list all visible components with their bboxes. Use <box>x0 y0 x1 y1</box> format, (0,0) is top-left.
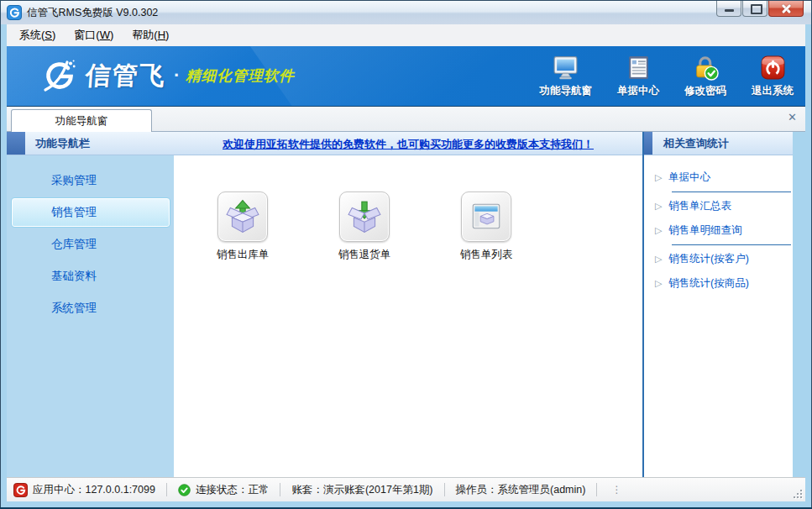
query-item-document-center[interactable]: ▷ 单据中心 <box>644 165 793 190</box>
shortcut-sales-return[interactable]: 销售退货单 <box>334 192 395 262</box>
maximize-icon <box>751 4 762 14</box>
triangle-bullet-icon: ▷ <box>655 254 668 265</box>
menubar: 系统(S) 窗口(W) 帮助(H) <box>7 24 805 46</box>
status-separator <box>166 483 167 496</box>
status-account: 账套：演示账套(2017年第1期) <box>291 483 432 497</box>
titlebar: 信管飞RMS免费版 V9.0.302 <box>1 1 811 24</box>
nav-sidebar: 采购管理 销售管理 仓库管理 基础资料 系统管理 <box>7 155 174 477</box>
triangle-bullet-icon: ▷ <box>655 225 668 236</box>
query-panel-title: 相关查询统计 <box>663 137 729 150</box>
maximize-button[interactable] <box>742 1 767 17</box>
query-item-stats-by-customer[interactable]: ▷ 销售统计(按客户) <box>644 247 793 271</box>
query-item-stats-by-product[interactable]: ▷ 销售统计(按商品) <box>644 271 793 296</box>
sidebar-item-warehouse[interactable]: 仓库管理 <box>7 228 174 260</box>
banner: 信管飞 · 精细化管理软件 功能导航窗 <box>7 46 805 107</box>
connection-ok-icon <box>178 484 191 496</box>
toolbar-document-center-button[interactable]: 单据中心 <box>617 54 659 98</box>
statusbar: 应用中心：127.0.0.1:7099 连接状态：正常 账套：演示账套(2017… <box>7 477 805 501</box>
shortcut-grid: 销售出库单 销售退货单 <box>174 155 642 262</box>
brand-separator: · <box>174 65 180 87</box>
banner-toolbar: 功能导航窗 单据中心 <box>540 54 794 98</box>
toolbar-change-password-button[interactable]: 修改密码 <box>684 54 726 98</box>
sidebar-item-sales[interactable]: 销售管理 <box>7 197 174 228</box>
query-item-sales-summary[interactable]: ▷ 销售单汇总表 <box>644 194 793 218</box>
minimize-button[interactable] <box>716 1 741 17</box>
toolbar-exit-button[interactable]: 退出系统 <box>752 54 794 98</box>
menu-item-help[interactable]: 帮助(H) <box>123 25 178 45</box>
close-button[interactable] <box>768 1 804 17</box>
query-header-marker <box>644 132 652 155</box>
welcome-banner: 欢迎使用亚拓软件提供的免费软件，也可购买功能更多的收费版本支持我们！ <box>174 132 642 155</box>
shortcut-sales-outbound[interactable]: 销售出库单 <box>212 192 273 262</box>
nav-header-marker <box>7 132 25 155</box>
lock-check-icon <box>692 54 720 81</box>
status-grip-dots-icon: ⋮ <box>611 484 621 496</box>
toolbar-nav-window-button[interactable]: 功能导航窗 <box>540 54 593 98</box>
window-title: 信管飞RMS免费版 V9.0.302 <box>27 6 158 20</box>
status-connection: 连接状态：正常 <box>178 483 270 497</box>
document-list-icon <box>625 54 652 81</box>
app-logo-icon[interactable] <box>7 5 22 20</box>
query-panel-header: 相关查询统计 <box>644 132 793 155</box>
box-arrow-down-icon <box>339 192 390 242</box>
power-icon <box>759 54 787 81</box>
brand-name: 信管飞 <box>85 59 168 93</box>
client-area: 功能导航栏 欢迎使用亚拓软件提供的免费软件，也可购买功能更多的收费版本支持我们！… <box>7 132 793 477</box>
status-separator <box>444 483 445 496</box>
query-divider <box>672 244 791 245</box>
status-separator <box>280 483 280 496</box>
main-content: 销售出库单 销售退货单 <box>174 155 642 477</box>
resize-grip[interactable] <box>793 489 803 499</box>
window-controls <box>716 1 804 17</box>
query-divider <box>672 192 791 192</box>
sidebar-item-system[interactable]: 系统管理 <box>7 292 174 324</box>
minimize-icon <box>725 9 734 12</box>
query-item-sales-detail[interactable]: ▷ 销售单明细查询 <box>644 218 793 243</box>
close-icon <box>786 8 812 24</box>
menu-item-system[interactable]: 系统(S) <box>10 25 65 45</box>
menu-item-window[interactable]: 窗口(W) <box>65 25 123 45</box>
triangle-bullet-icon: ▷ <box>655 278 668 289</box>
triangle-bullet-icon: ▷ <box>655 172 668 183</box>
tabstrip: 功能导航窗 ✕ <box>7 107 805 132</box>
query-panel: 相关查询统计 ▷ 单据中心 ▷ 销售单汇总表 ▷ 销售单明细查询 ▷ <box>644 132 793 477</box>
sidebar-item-purchase[interactable]: 采购管理 <box>7 165 174 197</box>
app-window: 信管飞RMS免费版 V9.0.302 系统(S) 窗口(W) 帮助(H) 信管 <box>0 0 812 509</box>
xinguanfei-red-logo-icon <box>13 483 28 497</box>
status-operator: 操作员：系统管理员(admin) <box>456 483 586 497</box>
sidebar-item-basic-data[interactable]: 基础资料 <box>7 260 174 292</box>
brand-tagline: 精细化管理软件 <box>186 66 295 86</box>
xinguanfei-swoosh-icon <box>42 58 77 93</box>
tab-close-icon[interactable]: ✕ <box>788 111 797 123</box>
status-app-center: 应用中心：127.0.0.1:7099 <box>13 483 155 497</box>
status-separator <box>596 483 597 496</box>
welcome-link[interactable]: 欢迎使用亚拓软件提供的免费软件，也可购买功能更多的收费版本支持我们！ <box>223 138 594 150</box>
shortcut-sales-order-list[interactable]: 销售单列表 <box>456 192 516 262</box>
list-window-icon <box>461 192 511 242</box>
triangle-bullet-icon: ▷ <box>655 201 668 212</box>
brand: 信管飞 · 精细化管理软件 <box>42 58 295 93</box>
monitor-icon <box>552 54 579 81</box>
box-arrow-up-icon <box>217 192 268 242</box>
tab-nav-window[interactable]: 功能导航窗 <box>11 109 152 132</box>
nav-panel-header: 功能导航栏 欢迎使用亚拓软件提供的免费软件，也可购买功能更多的收费版本支持我们！ <box>7 132 642 155</box>
nav-panel-title: 功能导航栏 <box>35 137 90 150</box>
